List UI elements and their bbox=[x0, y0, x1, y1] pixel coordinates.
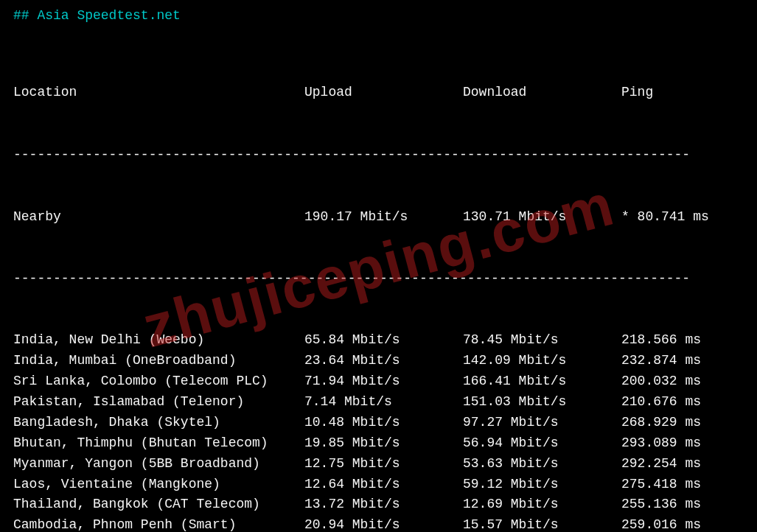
cell-ping: 218.566 ms bbox=[621, 330, 701, 351]
table-header: Location Upload Download Ping bbox=[13, 83, 744, 103]
cell-ping: 275.418 ms bbox=[621, 475, 701, 495]
table-row: Thailand, Bangkok (CAT Telecom)13.72 Mbi… bbox=[13, 494, 744, 515]
table-row: Pakistan, Islamabad (Telenor)7.14 Mbit/s… bbox=[13, 392, 744, 413]
cell-upload: 12.64 Mbit/s bbox=[304, 475, 463, 495]
cell-location: Thailand, Bangkok (CAT Telecom) bbox=[13, 494, 304, 515]
cell-location: Bangladesh, Dhaka (Skytel) bbox=[13, 413, 304, 433]
header-upload: Upload bbox=[304, 83, 463, 103]
table-row: India, Mumbai (OneBroadband)23.64 Mbit/s… bbox=[13, 351, 744, 371]
header-ping: Ping bbox=[621, 83, 653, 103]
cell-upload: 71.94 Mbit/s bbox=[304, 371, 463, 392]
cell-download: 59.12 Mbit/s bbox=[463, 475, 621, 495]
cell-upload: 12.75 Mbit/s bbox=[304, 454, 463, 475]
divider-line: ----------------------------------------… bbox=[13, 145, 744, 166]
table-row: Bangladesh, Dhaka (Skytel)10.48 Mbit/s97… bbox=[13, 413, 744, 433]
nearby-row: Nearby 190.17 Mbit/s 130.71 Mbit/s * 80.… bbox=[13, 207, 744, 228]
cell-download: 166.41 Mbit/s bbox=[463, 371, 621, 392]
cell-location: India, New Delhi (Weebo) bbox=[13, 330, 304, 351]
cell-upload: 65.84 Mbit/s bbox=[304, 330, 463, 351]
cell-upload: 20.94 Mbit/s bbox=[304, 515, 463, 532]
cell-ping: 268.929 ms bbox=[621, 413, 701, 433]
section-title: ## Asia Speedtest.net bbox=[13, 6, 744, 27]
cell-download: 151.03 Mbit/s bbox=[463, 392, 621, 413]
table-row: Sri Lanka, Colombo (Telecom PLC)71.94 Mb… bbox=[13, 371, 744, 392]
cell-ping: 200.032 ms bbox=[621, 371, 701, 392]
nearby-location: Nearby bbox=[13, 207, 304, 228]
cell-location: Pakistan, Islamabad (Telenor) bbox=[13, 392, 304, 413]
cell-upload: 7.14 Mbit/s bbox=[304, 392, 463, 413]
table-row: India, New Delhi (Weebo)65.84 Mbit/s78.4… bbox=[13, 330, 744, 351]
cell-location: Sri Lanka, Colombo (Telecom PLC) bbox=[13, 371, 304, 392]
cell-download: 53.63 Mbit/s bbox=[463, 454, 621, 475]
cell-location: Bhutan, Thimphu (Bhutan Telecom) bbox=[13, 433, 304, 454]
cell-ping: 255.136 ms bbox=[621, 494, 701, 515]
speedtest-table: Location Upload Download Ping ----------… bbox=[13, 41, 744, 532]
cell-download: 15.57 Mbit/s bbox=[463, 515, 621, 532]
cell-upload: 13.72 Mbit/s bbox=[304, 494, 463, 515]
cell-ping: 292.254 ms bbox=[621, 454, 701, 475]
table-row: Laos, Vientaine (Mangkone)12.64 Mbit/s59… bbox=[13, 475, 744, 495]
table-row: Bhutan, Thimphu (Bhutan Telecom)19.85 Mb… bbox=[13, 433, 744, 454]
cell-upload: 19.85 Mbit/s bbox=[304, 433, 463, 454]
header-location: Location bbox=[13, 83, 304, 103]
header-download: Download bbox=[463, 83, 621, 103]
cell-ping: 232.874 ms bbox=[621, 351, 701, 371]
cell-download: 78.45 Mbit/s bbox=[463, 330, 621, 351]
cell-download: 56.94 Mbit/s bbox=[463, 433, 621, 454]
cell-ping: 293.089 ms bbox=[621, 433, 701, 454]
cell-download: 142.09 Mbit/s bbox=[463, 351, 621, 371]
cell-download: 97.27 Mbit/s bbox=[463, 413, 621, 433]
nearby-download: 130.71 Mbit/s bbox=[463, 207, 621, 228]
nearby-ping: * 80.741 ms bbox=[621, 207, 709, 228]
cell-download: 12.69 Mbit/s bbox=[463, 494, 621, 515]
table-row: Cambodia, Phnom Penh (Smart)20.94 Mbit/s… bbox=[13, 515, 744, 532]
table-row: Myanmar, Yangon (5BB Broadband)12.75 Mbi… bbox=[13, 454, 744, 475]
cell-upload: 23.64 Mbit/s bbox=[304, 351, 463, 371]
cell-location: Cambodia, Phnom Penh (Smart) bbox=[13, 515, 304, 532]
cell-location: Myanmar, Yangon (5BB Broadband) bbox=[13, 454, 304, 475]
cell-ping: 259.016 ms bbox=[621, 515, 701, 532]
cell-location: Laos, Vientaine (Mangkone) bbox=[13, 475, 304, 495]
cell-upload: 10.48 Mbit/s bbox=[304, 413, 463, 433]
cell-ping: 210.676 ms bbox=[621, 392, 701, 413]
cell-location: India, Mumbai (OneBroadband) bbox=[13, 351, 304, 371]
divider-line: ----------------------------------------… bbox=[13, 269, 744, 290]
nearby-upload: 190.17 Mbit/s bbox=[304, 207, 463, 228]
